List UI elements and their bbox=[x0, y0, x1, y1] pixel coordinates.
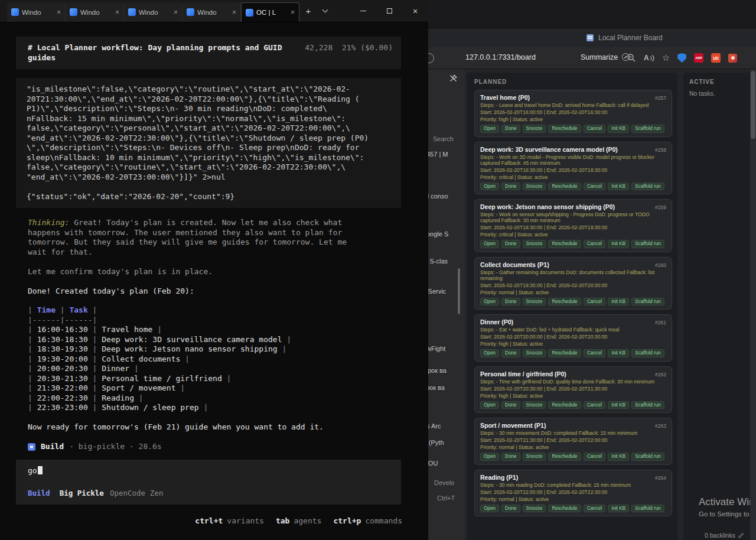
favorite-star-icon[interactable]: ☆ bbox=[662, 53, 670, 63]
task-card[interactable]: Dinner (P0)#261Steps: - Eat + water DoD:… bbox=[474, 314, 672, 362]
task-card[interactable]: Deep work: 3D surveillance camera model … bbox=[474, 142, 672, 195]
task-card[interactable]: Sport / movement (P1)#263Steps: - 30 min… bbox=[474, 418, 672, 465]
card-action-button[interactable]: Init KB bbox=[608, 125, 629, 133]
mode-agent[interactable]: Build bbox=[28, 489, 50, 497]
terminal-tab[interactable]: Windo× bbox=[183, 2, 241, 22]
unpin-icon[interactable] bbox=[449, 74, 458, 85]
mode-model[interactable]: Big Pickle bbox=[60, 489, 104, 497]
card-action-button[interactable]: Snooze bbox=[523, 401, 546, 409]
maximize-button[interactable] bbox=[376, 0, 402, 22]
card-action-button[interactable]: Reschedule bbox=[548, 183, 581, 191]
card-action-button[interactable]: Snooze bbox=[523, 349, 546, 357]
card-action-button[interactable]: Cancel bbox=[584, 298, 606, 306]
card-action-button[interactable]: Scaffold run bbox=[631, 298, 664, 306]
card-action-button[interactable]: Reschedule bbox=[548, 298, 581, 306]
site-info-icon[interactable] bbox=[428, 53, 434, 63]
tab-close-icon[interactable]: × bbox=[57, 8, 61, 17]
task-card[interactable]: Travel home (P0)#257Steps: - Leave and t… bbox=[474, 90, 672, 137]
card-action-button[interactable]: Snooze bbox=[523, 125, 546, 133]
card-action-button[interactable]: Cancel bbox=[584, 505, 606, 513]
card-action-button[interactable]: Snooze bbox=[523, 505, 546, 513]
sidebar-tab-fragment[interactable]: Search bbox=[433, 135, 454, 142]
card-action-button[interactable]: Init KB bbox=[608, 183, 629, 191]
tab-close-icon[interactable]: × bbox=[115, 8, 119, 17]
card-action-button[interactable]: Scaffold run bbox=[631, 453, 664, 461]
sidebar-tab-fragment[interactable]: wFight bbox=[428, 345, 445, 352]
sidebar-tab-fragment[interactable]: d conso bbox=[428, 193, 448, 200]
card-action-button[interactable]: Init KB bbox=[608, 505, 629, 513]
terminal-tab[interactable]: Windo× bbox=[7, 2, 66, 22]
card-action-button[interactable]: Cancel bbox=[584, 401, 606, 409]
sidebar-tab-fragment[interactable]: oogle S bbox=[428, 230, 448, 238]
terminal-tab[interactable]: OC | L× bbox=[241, 2, 299, 22]
card-action-button[interactable]: Done bbox=[501, 183, 520, 191]
task-card[interactable]: Reading (P1)#264Steps: - 30 min reading … bbox=[474, 470, 672, 517]
prompt-input[interactable]: go bbox=[28, 466, 392, 476]
tab-close-icon[interactable]: × bbox=[174, 8, 178, 17]
card-action-button[interactable]: Snooze bbox=[523, 298, 546, 306]
abp-extension-icon[interactable]: ABP bbox=[694, 53, 703, 63]
card-action-button[interactable]: Done bbox=[501, 505, 520, 513]
card-action-button[interactable]: Init KB bbox=[608, 453, 629, 461]
card-action-button[interactable]: Snooze bbox=[523, 240, 546, 248]
minimize-button[interactable] bbox=[350, 0, 376, 22]
card-action-button[interactable]: Reschedule bbox=[548, 240, 581, 248]
card-action-button[interactable]: Init KB bbox=[608, 401, 629, 409]
card-action-button[interactable]: Open bbox=[480, 401, 499, 409]
card-action-button[interactable]: Scaffold run bbox=[631, 125, 664, 133]
terminal-tab[interactable]: Windo× bbox=[124, 2, 183, 22]
backlinks-status[interactable]: 0 backlinks bbox=[705, 532, 744, 539]
card-action-button[interactable]: Open bbox=[480, 453, 499, 461]
card-action-button[interactable]: Scaffold run bbox=[631, 349, 664, 357]
page-scrollbar[interactable] bbox=[750, 69, 756, 540]
card-action-button[interactable]: Snooze bbox=[523, 183, 546, 191]
card-action-button[interactable]: Scaffold run bbox=[631, 240, 664, 248]
card-action-button[interactable]: Open bbox=[480, 183, 499, 191]
card-action-button[interactable]: Cancel bbox=[584, 125, 606, 133]
card-action-button[interactable]: Open bbox=[480, 349, 499, 357]
card-action-button[interactable]: Done bbox=[501, 453, 520, 461]
new-tab-button[interactable]: + bbox=[299, 0, 317, 22]
sidebar-tab-fragment[interactable]: 457 | M bbox=[428, 151, 448, 158]
card-action-button[interactable]: Reschedule bbox=[548, 453, 581, 461]
card-action-button[interactable]: Open bbox=[480, 240, 499, 248]
card-action-button[interactable]: Snooze bbox=[523, 453, 546, 461]
shield-extension-icon[interactable] bbox=[677, 53, 686, 63]
tab-dropdown-button[interactable] bbox=[317, 0, 333, 22]
prompt-input-panel[interactable]: go BuildBig PickleOpenCode Zen bbox=[16, 460, 401, 505]
sidebar-tab-fragment[interactable]: x Servic bbox=[428, 288, 446, 295]
card-action-button[interactable]: Cancel bbox=[584, 453, 606, 461]
card-action-button[interactable]: Reschedule bbox=[548, 349, 581, 357]
zoom-out-icon[interactable] bbox=[627, 53, 636, 63]
card-action-button[interactable]: Init KB bbox=[608, 298, 629, 306]
summarize-button[interactable]: Summarize bbox=[581, 53, 630, 61]
sidebar-tab-fragment[interactable]: рок ва bbox=[428, 367, 447, 374]
sidebar-tab-fragment[interactable]: Ctrl+T bbox=[437, 495, 455, 502]
task-card[interactable]: Collect documents (P1)#260Steps: - Gathe… bbox=[474, 257, 672, 310]
read-aloud-icon[interactable]: A bbox=[644, 54, 654, 62]
card-action-button[interactable]: Reschedule bbox=[548, 505, 581, 513]
card-action-button[interactable]: Scaffold run bbox=[631, 183, 664, 191]
card-action-button[interactable]: Done bbox=[501, 125, 520, 133]
task-card[interactable]: Deep work: Jetson nano sensor shipping (… bbox=[474, 199, 672, 252]
card-action-button[interactable]: Scaffold run bbox=[631, 505, 664, 513]
sidebar-tab-fragment[interactable]: | DOU bbox=[428, 460, 438, 467]
ud-extension-icon[interactable]: UD bbox=[711, 53, 721, 63]
extension-icon[interactable] bbox=[728, 54, 737, 63]
close-button[interactable]: × bbox=[402, 0, 428, 22]
sidebar-tab-fragment[interactable]: er (Pyth bbox=[428, 439, 444, 446]
tab-close-icon[interactable]: × bbox=[232, 8, 236, 17]
card-action-button[interactable]: Done bbox=[501, 349, 520, 357]
card-action-button[interactable]: Open bbox=[480, 125, 499, 133]
card-action-button[interactable]: Done bbox=[501, 298, 520, 306]
page-scrollbar-thumb[interactable] bbox=[751, 71, 755, 139]
sidebar-tab-fragment[interactable]: z S-clas bbox=[428, 258, 448, 265]
sidebar-tab-fragment[interactable]: ns Arc bbox=[428, 422, 441, 430]
sidebar-scrollbar-thumb[interactable] bbox=[458, 268, 460, 314]
card-action-button[interactable]: Init KB bbox=[608, 240, 629, 248]
card-action-button[interactable]: Reschedule bbox=[548, 401, 581, 409]
terminal-tab[interactable]: Windo× bbox=[66, 2, 124, 22]
card-action-button[interactable]: Reschedule bbox=[548, 125, 581, 133]
card-action-button[interactable]: Cancel bbox=[584, 183, 606, 191]
card-action-button[interactable]: Open bbox=[480, 505, 499, 513]
